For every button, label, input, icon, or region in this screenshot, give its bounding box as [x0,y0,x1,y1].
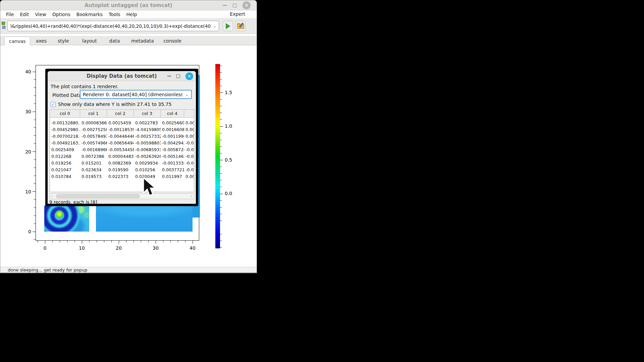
dialog-minimize-icon[interactable] [167,76,171,76]
window-title: Autoplot untagged (as tomcat) [85,2,172,8]
x-axis-minor-tick [104,241,104,242]
table-cell: 0.00 [184,126,194,133]
tab-data[interactable]: data [105,37,124,45]
x-axis-major-tick [193,241,193,244]
table-row[interactable]: -0.00132880...0.0000836620.00154590.0022… [50,120,194,126]
menu-bar: FileEditViewOptionsBookmarksToolsHelp Ex… [0,11,257,18]
desktop-background: Autoplot untagged (as tomcat) ✕ FileEdit… [0,0,644,362]
table-row[interactable]: 0.0210470.0236340.0195900.0102560.003772… [50,167,194,173]
heatmap-flat-region[interactable] [96,205,193,232]
table-cell: 0.00 [184,120,194,126]
uri-value[interactable]: )&ripples(40,40)+rand(40,40)*(exp(-dista… [8,23,211,29]
x-axis-minor-tick [89,241,90,242]
tab-canvas[interactable]: canvas [4,37,30,45]
table-row[interactable]: 0.0025409-0.00168966...-0.00534458...-0.… [50,146,194,153]
table-cell: 0.000083662 [80,120,107,126]
colorbar-major-tick [220,194,223,194]
chevron-down-icon[interactable]: ⌄ [211,24,219,28]
tab-axes[interactable]: axes [32,37,51,45]
uri-input[interactable]: )&ripples(40,40)+rand(40,40)*(exp(-dista… [7,21,219,31]
table-header-col2[interactable]: col 2 [107,110,134,118]
dialog-close-icon[interactable]: ✕ [185,72,193,80]
table-row[interactable]: -0.00452980...-0.00275250...-0.00118539.… [50,126,194,133]
table-cell: -0.0 [184,160,194,167]
dialog-title-bar[interactable]: Display Data (as tomcat) ✕ [48,71,196,81]
table-header-col0[interactable]: col 0 [50,110,80,118]
go-button[interactable] [223,21,233,31]
data-table[interactable]: col 0col 1col 2col 3col 4 -0.00132880...… [50,109,194,192]
table-row[interactable]: -0.00492163...-0.00574966...-0.00656494.… [50,140,194,146]
y-axis-minor-tick [34,96,36,96]
close-icon[interactable]: ✕ [243,1,251,9]
table-cell: 0.0037721 [161,167,184,173]
colorbar-minor-tick [220,106,222,106]
maximize-icon[interactable] [233,4,236,7]
tab-console[interactable]: console [159,37,186,45]
menu-tools[interactable]: Tools [106,11,123,18]
y-axis-minor-tick [34,224,36,224]
colorbar-tick-label: 0.0 [225,191,232,196]
expert-toggle[interactable]: Expert [230,11,245,17]
table-header-col4[interactable]: col 4 [161,110,184,118]
x-axis-tick-label: 10 [76,245,88,251]
table-cell: -0.0 [184,167,194,173]
table-cell: -0.00534458... [107,146,134,153]
menu-edit[interactable]: Edit [17,11,32,18]
table-cell: -0.00598801... [134,140,161,146]
table-cell: -0.00118539... [107,126,134,133]
menu-options[interactable]: Options [49,11,73,18]
table-row[interactable]: 0.0122680.00723860.000044839-0.00263926.… [50,153,194,160]
table-row[interactable]: 0.0192560.0152010.00823690.0029934-0.001… [50,160,194,167]
dialog-maximize-icon[interactable] [176,74,180,78]
heatmap-ripple-region[interactable] [44,205,89,232]
table-header-col1[interactable]: col 1 [80,110,107,118]
tab-layout[interactable]: layout [78,37,101,45]
colorbar-major-tick [220,126,223,127]
table-header-col5[interactable] [184,110,194,118]
colorbar-minor-tick [220,140,222,140]
table-cell: -0.00514624... [161,153,184,160]
open-file-button[interactable] [235,21,246,31]
menu-file[interactable]: File [3,11,17,18]
colorbar-minor-tick [220,119,222,120]
tab-metadata[interactable]: metadata [127,37,158,45]
colorbar-minor-tick [220,167,222,167]
colorbar-minor-tick [220,113,222,113]
y-axis-major-tick [33,152,36,152]
y-axis-minor-tick [34,87,36,88]
colorbar-minor-tick [220,241,222,241]
table-cell: -0.00578497... [80,133,107,140]
colorbar-minor-tick [220,133,222,133]
table-cell: 0.015201 [80,160,107,167]
filter-checkbox[interactable]: ✓ [51,102,56,107]
x-axis-major-tick [82,241,82,244]
table-cell: -0.00429429... [161,140,184,146]
x-axis-tick-label: 30 [150,245,161,251]
table-row[interactable]: -0.00700218...-0.00578497...-0.00446446.… [50,133,194,140]
tab-style[interactable]: style [53,37,73,45]
plotted-data-select[interactable]: Renderer 0: dataset[40,40] (dimensionles… [80,90,192,99]
x-axis-minor-tick [74,241,75,242]
x-axis-minor-tick [67,241,67,242]
table-cell: 0.00 [184,133,194,140]
scroll-right-icon[interactable]: › [189,194,194,198]
scrollbar-thumb[interactable] [56,194,140,198]
table-cell: -0.00168966... [80,146,107,153]
scroll-left-icon[interactable]: ‹ [50,194,55,198]
table-row[interactable]: 0.0107840.0195730.0223730.0200490.011997… [50,173,194,180]
menu-help[interactable]: Help [123,11,140,18]
y-axis-tick-label: 20 [21,149,31,155]
colorbar[interactable] [215,64,220,248]
table-header-col3[interactable]: col 3 [134,110,161,118]
horizontal-scrollbar[interactable]: ‹ › [50,193,194,199]
menu-bookmarks[interactable]: Bookmarks [73,11,106,18]
menu-view[interactable]: View [32,11,49,18]
minimize-icon[interactable] [223,5,227,6]
table-cell: 0.019573 [80,173,107,180]
table-cell: -0.0 [184,153,194,160]
y-axis-minor-tick [34,160,36,160]
colorbar-tick-label: 0.5 [225,157,232,163]
layers-icon [2,22,6,30]
title-bar[interactable]: Autoplot untagged (as tomcat) ✕ [0,0,257,10]
x-axis-minor-tick [163,241,163,242]
